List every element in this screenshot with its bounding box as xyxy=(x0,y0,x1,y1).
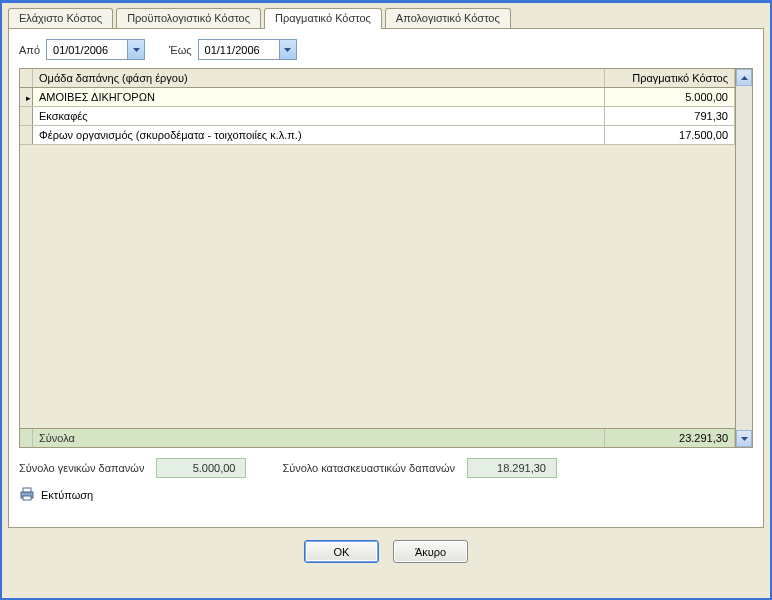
svg-marker-1 xyxy=(284,48,291,52)
cell-group: Φέρων οργανισμός (σκυροδέματα - τοιχοποι… xyxy=(33,126,605,144)
general-expense-label: Σύνολο γενικών δαπανών xyxy=(19,462,144,474)
construction-expense-label: Σύνολο κατασκευαστικών δαπανών xyxy=(282,462,455,474)
construction-expense-value: 18.291,30 xyxy=(467,458,557,478)
cell-cost: 791,30 xyxy=(605,107,735,125)
row-indicator-icon xyxy=(20,88,33,106)
cancel-button[interactable]: Άκυρο xyxy=(393,540,468,563)
totals-label: Σύνολα xyxy=(33,429,605,447)
col-header-cost[interactable]: Πραγματικό Κόστος xyxy=(605,69,735,87)
app-window: Ελάχιστο Κόστος Προϋπολογιστικό Κόστος Π… xyxy=(0,0,772,600)
to-date-input[interactable] xyxy=(199,40,279,59)
to-date-picker[interactable] xyxy=(198,39,297,60)
row-indicator-header xyxy=(20,69,33,87)
cell-group: Εκσκαφές xyxy=(33,107,605,125)
table-row[interactable]: Εκσκαφές 791,30 xyxy=(20,107,735,126)
grid-body: ΑΜΟΙΒΕΣ ΔΙΚΗΓΟΡΩΝ 5.000,00 Εκσκαφές 791,… xyxy=(20,88,735,428)
to-label: Έως xyxy=(169,44,192,56)
svg-rect-6 xyxy=(23,496,31,500)
svg-rect-5 xyxy=(23,488,31,492)
from-date-input[interactable] xyxy=(47,40,127,59)
tab-bar: Ελάχιστο Κόστος Προϋπολογιστικό Κόστος Π… xyxy=(2,3,770,28)
table-row[interactable]: Φέρων οργανισμός (σκυροδέματα - τοιχοποι… xyxy=(20,126,735,145)
row-indicator-icon xyxy=(20,126,33,144)
tab-final-cost[interactable]: Απολογιστικό Κόστος xyxy=(385,8,511,29)
cell-cost: 5.000,00 xyxy=(605,88,735,106)
svg-marker-0 xyxy=(133,48,140,52)
cell-cost: 17.500,00 xyxy=(605,126,735,144)
cell-group: ΑΜΟΙΒΕΣ ΔΙΚΗΓΟΡΩΝ xyxy=(33,88,605,106)
tab-actual-cost[interactable]: Πραγματικό Κόστος xyxy=(264,8,382,29)
totals-value: 23.291,30 xyxy=(605,429,735,447)
tab-budget-cost[interactable]: Προϋπολογιστικό Κόστος xyxy=(116,8,261,29)
vertical-scrollbar[interactable] xyxy=(735,69,752,447)
grid-totals: Σύνολα 23.291,30 xyxy=(20,428,735,447)
svg-marker-3 xyxy=(741,437,748,441)
summary-row: Σύνολο γενικών δαπανών 5.000,00 Σύνολο κ… xyxy=(19,448,753,484)
general-expense-value: 5.000,00 xyxy=(156,458,246,478)
from-date-picker[interactable] xyxy=(46,39,145,60)
scroll-up-icon[interactable] xyxy=(736,69,752,86)
chevron-down-icon[interactable] xyxy=(279,40,296,59)
row-indicator-icon xyxy=(20,107,33,125)
tab-min-cost[interactable]: Ελάχιστο Κόστος xyxy=(8,8,113,29)
from-label: Από xyxy=(19,44,40,56)
grid-header: Ομάδα δαπάνης (φάση έργου) Πραγματικό Κό… xyxy=(20,69,735,88)
col-header-group[interactable]: Ομάδα δαπάνης (φάση έργου) xyxy=(33,69,605,87)
printer-icon xyxy=(19,486,35,504)
dialog-buttons: OK Άκυρο xyxy=(2,528,770,571)
scroll-down-icon[interactable] xyxy=(736,430,752,447)
print-label: Εκτύπωση xyxy=(41,489,93,501)
chevron-down-icon[interactable] xyxy=(127,40,144,59)
date-range-row: Από Έως xyxy=(19,39,753,60)
print-button[interactable]: Εκτύπωση xyxy=(19,484,753,508)
svg-marker-2 xyxy=(741,76,748,80)
table-row[interactable]: ΑΜΟΙΒΕΣ ΔΙΚΗΓΟΡΩΝ 5.000,00 xyxy=(20,88,735,107)
tab-panel: Από Έως Ομάδα δαπάνης (φάση έργου) xyxy=(8,28,764,528)
expenses-grid: Ομάδα δαπάνης (φάση έργου) Πραγματικό Κό… xyxy=(19,68,753,448)
ok-button[interactable]: OK xyxy=(304,540,379,563)
